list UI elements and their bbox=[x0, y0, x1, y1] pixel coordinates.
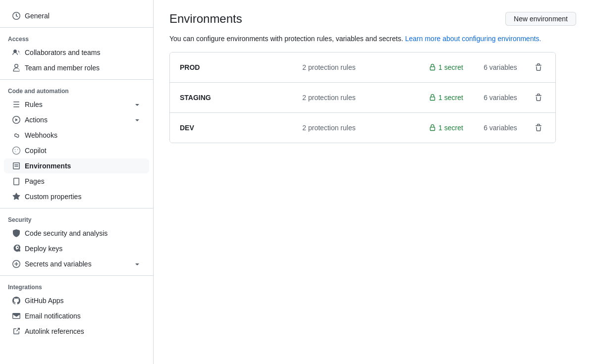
secrets-chevron-icon bbox=[133, 260, 141, 268]
divider-automation bbox=[0, 79, 153, 80]
sidebar-item-email-notifications[interactable]: Email notifications bbox=[4, 309, 149, 323]
sidebar-item-rules[interactable]: Rules bbox=[4, 97, 149, 112]
sidebar-rules-label: Rules bbox=[25, 101, 133, 108]
shield-icon bbox=[12, 229, 21, 238]
people-icon bbox=[12, 48, 21, 57]
section-integrations-label: Integrations bbox=[0, 280, 153, 293]
sidebar-deploy-keys-label: Deploy keys bbox=[25, 245, 141, 253]
sidebar-github-apps-label: GitHub Apps bbox=[25, 297, 141, 305]
env-secret-link-staging[interactable]: 1 secret bbox=[438, 94, 463, 102]
sidebar-email-label: Email notifications bbox=[25, 312, 141, 320]
env-variables-dev: 6 variables bbox=[473, 124, 528, 132]
pages-icon bbox=[12, 177, 21, 186]
env-variables-staging: 6 variables bbox=[473, 94, 528, 102]
sidebar-collaborators-label: Collaborators and teams bbox=[25, 49, 141, 56]
env-protection-dev: 2 protection rules bbox=[239, 124, 419, 132]
description-static-text: You can configure environments with prot… bbox=[169, 35, 403, 43]
page-title: Environments bbox=[169, 12, 242, 26]
sidebar-autolink-label: Autolink references bbox=[25, 327, 141, 335]
env-delete-dev[interactable] bbox=[532, 121, 545, 135]
env-name-dev: DEV bbox=[180, 124, 239, 132]
section-security-label: Security bbox=[0, 212, 153, 225]
sidebar-team-roles-label: Team and member roles bbox=[25, 64, 141, 72]
env-name-staging: STAGING bbox=[180, 94, 239, 102]
env-row-dev[interactable]: DEV 2 protection rules 1 secret 6 variab… bbox=[170, 113, 555, 143]
sidebar-secrets-label: Secrets and variables bbox=[25, 260, 133, 268]
env-variables-prod: 6 variables bbox=[473, 63, 528, 71]
env-delete-prod[interactable] bbox=[532, 60, 545, 74]
sidebar-item-copilot[interactable]: Copilot bbox=[4, 143, 149, 158]
rules-chevron-icon bbox=[133, 101, 141, 108]
new-environment-button[interactable]: New environment bbox=[505, 12, 576, 26]
env-secret-dev: 1 secret bbox=[419, 124, 473, 132]
env-delete-staging[interactable] bbox=[532, 91, 545, 104]
sidebar-item-autolink[interactable]: Autolink references bbox=[4, 324, 149, 339]
sidebar-item-pages[interactable]: Pages bbox=[4, 174, 149, 189]
sidebar-code-security-label: Code security and analysis bbox=[25, 229, 141, 237]
env-name-prod: PROD bbox=[180, 63, 239, 71]
rules-icon bbox=[12, 100, 21, 109]
divider-security bbox=[0, 208, 153, 208]
sidebar-item-environments[interactable]: Environments bbox=[4, 158, 149, 173]
section-access-label: Access bbox=[0, 32, 153, 45]
person-icon bbox=[12, 63, 21, 72]
sidebar-item-deploy-keys[interactable]: Deploy keys bbox=[4, 241, 149, 256]
env-secret-link-prod[interactable]: 1 secret bbox=[438, 63, 463, 71]
gear-icon bbox=[12, 11, 21, 20]
environments-icon bbox=[12, 161, 21, 170]
sidebar-pages-label: Pages bbox=[25, 177, 141, 185]
section-code-automation-label: Code and automation bbox=[0, 84, 153, 97]
divider-integrations bbox=[0, 275, 153, 276]
divider-access bbox=[0, 27, 153, 28]
sidebar-environments-label: Environments bbox=[25, 162, 141, 170]
env-secret-staging: 1 secret bbox=[419, 94, 473, 102]
env-secret-link-dev[interactable]: 1 secret bbox=[438, 124, 463, 132]
key-icon bbox=[12, 244, 21, 253]
learn-more-link[interactable]: Learn more about configuring environment… bbox=[405, 35, 541, 43]
description-paragraph: You can configure environments with prot… bbox=[169, 34, 576, 44]
sidebar-item-custom-properties[interactable]: Custom properties bbox=[4, 189, 149, 204]
github-apps-icon bbox=[12, 296, 21, 305]
sidebar: General Access Collaborators and teams T… bbox=[0, 0, 154, 364]
sidebar-item-github-apps[interactable]: GitHub Apps bbox=[4, 293, 149, 308]
secrets-icon bbox=[12, 260, 21, 268]
sidebar-item-code-security[interactable]: Code security and analysis bbox=[4, 226, 149, 241]
env-protection-staging: 2 protection rules bbox=[239, 94, 419, 102]
lock-icon-prod bbox=[429, 63, 436, 71]
sidebar-copilot-label: Copilot bbox=[25, 147, 141, 155]
sidebar-item-secrets[interactable]: Secrets and variables bbox=[4, 257, 149, 271]
autolink-icon bbox=[12, 327, 21, 336]
sidebar-item-collaborators[interactable]: Collaborators and teams bbox=[4, 45, 149, 60]
sidebar-actions-label: Actions bbox=[25, 116, 133, 124]
main-content: Environments New environment You can con… bbox=[154, 0, 592, 364]
webhook-icon bbox=[12, 131, 21, 140]
email-icon bbox=[12, 312, 21, 320]
page-header: Environments New environment bbox=[169, 12, 576, 26]
lock-icon-staging bbox=[429, 94, 436, 102]
sidebar-item-general[interactable]: General bbox=[4, 8, 149, 23]
env-secret-prod: 1 secret bbox=[419, 63, 473, 71]
actions-chevron-icon bbox=[133, 116, 141, 124]
env-row-prod[interactable]: PROD 2 protection rules 1 secret 6 varia… bbox=[170, 52, 555, 83]
sidebar-item-actions[interactable]: Actions bbox=[4, 112, 149, 127]
sidebar-custom-properties-label: Custom properties bbox=[25, 193, 141, 201]
custom-properties-icon bbox=[12, 192, 21, 201]
actions-icon bbox=[12, 115, 21, 124]
env-protection-prod: 2 protection rules bbox=[239, 63, 419, 71]
sidebar-item-webhooks[interactable]: Webhooks bbox=[4, 128, 149, 143]
sidebar-item-team-roles[interactable]: Team and member roles bbox=[4, 60, 149, 75]
copilot-icon bbox=[12, 146, 21, 155]
environments-table: PROD 2 protection rules 1 secret 6 varia… bbox=[169, 52, 556, 143]
lock-icon-dev bbox=[429, 124, 436, 132]
sidebar-general-label: General bbox=[25, 12, 141, 20]
env-row-staging[interactable]: STAGING 2 protection rules 1 secret 6 va… bbox=[170, 83, 555, 113]
sidebar-webhooks-label: Webhooks bbox=[25, 131, 141, 139]
